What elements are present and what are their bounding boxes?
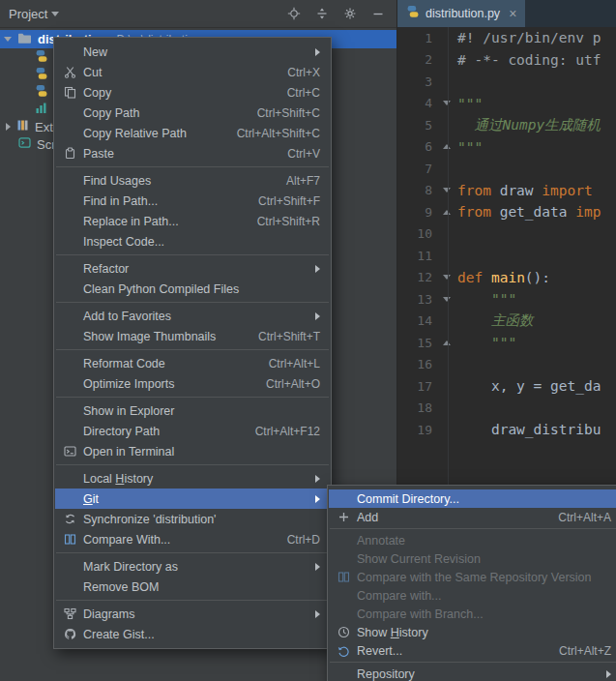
line-number: 1 bbox=[397, 31, 439, 45]
submenu-arrow-icon bbox=[315, 610, 320, 618]
menu-item-git-add[interactable]: AddCtrl+Alt+A bbox=[329, 508, 616, 526]
menu-item-optimize-imports[interactable]: Optimize ImportsCtrl+Alt+O bbox=[55, 373, 330, 394]
menu-item-reformat-code[interactable]: Reformat CodeCtrl+Alt+L bbox=[55, 353, 330, 373]
line-number: 9 bbox=[397, 205, 439, 220]
expand-arrow-icon[interactable] bbox=[4, 37, 12, 42]
menu-item-cut[interactable]: CutCtrl+X bbox=[55, 62, 330, 82]
close-icon[interactable]: × bbox=[509, 7, 516, 20]
menu-item-open-in-terminal[interactable]: Open in Terminal bbox=[55, 441, 330, 461]
library-icon bbox=[16, 119, 29, 134]
line-number: 16 bbox=[397, 357, 439, 371]
ide-window: Project distribution D:\...\distribution bbox=[0, 0, 616, 681]
fold-marker-icon[interactable] bbox=[439, 144, 455, 149]
code-line: #! /usr/bin/env p bbox=[455, 30, 601, 45]
line-number: 4 bbox=[397, 96, 439, 110]
code-line: """ bbox=[455, 291, 516, 307]
compare-icon bbox=[62, 533, 78, 546]
python-file-icon bbox=[35, 49, 48, 66]
locate-file-icon[interactable] bbox=[287, 7, 301, 20]
menu-separator bbox=[56, 464, 329, 465]
menu-item-git[interactable]: Git bbox=[55, 489, 330, 509]
menu-item-remove-bom[interactable]: Remove BOM bbox=[55, 577, 330, 597]
python-file-icon bbox=[35, 84, 48, 101]
menu-item-show-in-explorer[interactable]: Show in Explorer bbox=[55, 400, 330, 421]
line-number: 13 bbox=[397, 292, 439, 307]
fold-marker-icon[interactable] bbox=[439, 210, 455, 215]
menu-item-repository[interactable]: Repository bbox=[329, 665, 616, 681]
menu-item-clean-python-compiled-files[interactable]: Clean Python Compiled Files bbox=[55, 279, 330, 299]
paste-icon bbox=[62, 147, 78, 160]
submenu-arrow-icon bbox=[315, 312, 320, 320]
project-view-selector[interactable]: Project bbox=[9, 7, 47, 21]
compare-icon bbox=[336, 571, 352, 583]
folder-icon bbox=[17, 32, 32, 47]
menu-item-copy-relative-path[interactable]: Copy Relative PathCtrl+Alt+Shift+C bbox=[55, 123, 330, 143]
menu-item-replace-in-path[interactable]: Replace in Path...Ctrl+Shift+R bbox=[55, 211, 330, 231]
menu-item-copy-path[interactable]: Copy PathCtrl+Shift+C bbox=[55, 103, 330, 123]
editor-tab-bar: distribution.py × bbox=[397, 0, 616, 28]
python-file-icon bbox=[35, 67, 48, 83]
line-number: 12 bbox=[397, 270, 439, 284]
menu-item-new[interactable]: New bbox=[55, 42, 330, 62]
fold-marker-icon[interactable] bbox=[439, 101, 455, 105]
code-line: x, y = get_da bbox=[455, 378, 601, 394]
tab-distribution-py[interactable]: distribution.py × bbox=[397, 0, 525, 27]
code-line: """ bbox=[455, 139, 483, 155]
menu-item-show-image-thumbnails[interactable]: Show Image ThumbnailsCtrl+Shift+T bbox=[55, 326, 330, 346]
scissors-icon bbox=[62, 66, 78, 78]
line-number: 15 bbox=[397, 336, 439, 350]
menu-item-directory-path[interactable]: Directory PathCtrl+Alt+F12 bbox=[55, 421, 330, 441]
line-number: 11 bbox=[397, 249, 439, 263]
menu-item-find-usages[interactable]: Find UsagesAlt+F7 bbox=[55, 170, 330, 191]
line-number: 8 bbox=[397, 183, 439, 197]
menu-item-commit-directory[interactable]: Commit Directory... bbox=[329, 489, 616, 508]
line-number: 18 bbox=[397, 400, 439, 415]
code-line: """ bbox=[455, 96, 483, 111]
fold-marker-icon[interactable] bbox=[439, 340, 455, 345]
sync-icon bbox=[62, 513, 78, 525]
gear-icon[interactable] bbox=[343, 7, 357, 20]
line-number: 17 bbox=[397, 379, 439, 394]
menu-item-show-history[interactable]: Show History bbox=[329, 623, 616, 641]
menu-item-revert[interactable]: Revert...Ctrl+Alt+Z bbox=[329, 641, 616, 660]
python-file-icon bbox=[406, 5, 420, 22]
hide-panel-icon[interactable] bbox=[371, 7, 385, 20]
menu-item-refactor[interactable]: Refactor bbox=[55, 258, 330, 279]
code-line: """ bbox=[455, 335, 516, 350]
menu-item-create-gist[interactable]: Create Gist... bbox=[55, 624, 330, 644]
menu-item-mark-directory-as[interactable]: Mark Directory as bbox=[55, 556, 330, 577]
fold-marker-icon[interactable] bbox=[439, 275, 455, 280]
context-menu: New CutCtrl+X CopyCtrl+C Copy PathCtrl+S… bbox=[53, 37, 332, 649]
line-number: 6 bbox=[397, 139, 439, 154]
menu-item-local-history[interactable]: Local History bbox=[55, 468, 330, 489]
menu-item-diagrams[interactable]: Diagrams bbox=[55, 604, 330, 624]
menu-separator bbox=[56, 302, 329, 303]
menu-item-paste[interactable]: PasteCtrl+V bbox=[55, 143, 330, 163]
menu-separator bbox=[56, 600, 329, 601]
line-number: 19 bbox=[397, 423, 439, 437]
menu-item-inspect-code[interactable]: Inspect Code... bbox=[55, 231, 330, 252]
terminal-icon bbox=[62, 445, 78, 458]
chevron-down-icon[interactable] bbox=[51, 12, 59, 16]
submenu-arrow-icon bbox=[315, 495, 320, 503]
collapsed-arrow-icon[interactable] bbox=[6, 123, 11, 131]
collapse-all-icon[interactable] bbox=[315, 7, 329, 20]
code-line: from get_data imp bbox=[455, 204, 601, 220]
line-number: 2 bbox=[397, 52, 439, 67]
menu-item-compare-same-repository-version: Compare with the Same Repository Version bbox=[329, 568, 616, 586]
menu-item-synchronize[interactable]: Synchronize 'distribution' bbox=[55, 509, 330, 529]
git-submenu: Commit Directory... AddCtrl+Alt+A Annota… bbox=[327, 485, 616, 681]
fold-marker-icon[interactable] bbox=[439, 297, 455, 302]
revert-icon bbox=[336, 644, 352, 657]
menu-item-add-to-favorites[interactable]: Add to Favorites bbox=[55, 306, 330, 326]
submenu-arrow-icon bbox=[606, 670, 611, 678]
fold-marker-icon[interactable] bbox=[439, 188, 455, 192]
menu-item-annotate: Annotate bbox=[329, 531, 616, 549]
menu-item-find-in-path[interactable]: Find in Path...Ctrl+Shift+F bbox=[55, 191, 330, 211]
line-number: 3 bbox=[397, 74, 439, 89]
submenu-arrow-icon bbox=[315, 475, 320, 483]
menu-item-compare-with[interactable]: Compare With...Ctrl+D bbox=[55, 529, 330, 549]
menu-separator bbox=[56, 552, 329, 553]
menu-item-show-current-revision: Show Current Revision bbox=[329, 549, 616, 568]
menu-item-copy[interactable]: CopyCtrl+C bbox=[55, 82, 330, 103]
